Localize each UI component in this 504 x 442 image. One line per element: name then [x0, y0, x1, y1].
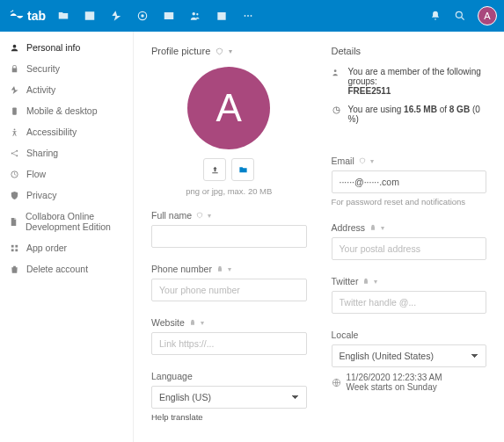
picture-hint: png or jpg, max. 20 MB [186, 186, 272, 196]
sidebar-item-flow[interactable]: Flow [0, 163, 133, 185]
calendar-icon[interactable] [209, 4, 234, 28]
twitter-label: Twitter ▾ [332, 276, 487, 286]
globe-icon [332, 378, 341, 388]
locale-label: Locale [332, 330, 487, 340]
full-name-input[interactable] [151, 225, 307, 248]
sidebar-item-personal-info[interactable]: Personal info [0, 37, 133, 58]
more-icon[interactable] [236, 4, 260, 28]
svg-point-7 [12, 44, 16, 47]
svg-point-5 [251, 15, 252, 17]
sidebar-item-label: Activity [26, 84, 55, 95]
twitter-input[interactable] [332, 291, 487, 314]
sidebar-item-delete-account[interactable]: Delete account [0, 258, 133, 279]
choose-from-files-button[interactable] [231, 158, 254, 181]
profile-picture-area: A png or jpg, max. 20 MB [151, 67, 307, 196]
lock-icon[interactable] [369, 224, 376, 231]
svg-point-10 [11, 152, 12, 154]
top-nav [51, 4, 260, 28]
phone-input[interactable] [151, 279, 307, 301]
brand-logo[interactable]: tab [7, 6, 46, 25]
address-label: Address ▾ [332, 222, 487, 233]
sidebar-item-label: Personal info [26, 42, 80, 53]
lock-icon[interactable] [216, 265, 223, 272]
chevron-down-icon[interactable]: ▾ [374, 278, 377, 286]
trash-icon [9, 264, 19, 274]
chevron-down-icon[interactable]: ▾ [370, 157, 374, 165]
sidebar-item-label: Security [26, 63, 60, 74]
email-hint: For password reset and notifications [332, 197, 487, 207]
notifications-icon[interactable] [423, 4, 448, 28]
svg-point-1 [141, 14, 144, 18]
lightning-icon [9, 85, 19, 95]
sidebar-item-app-order[interactable]: App order [0, 237, 133, 258]
sidebar-item-security[interactable]: Security [0, 58, 133, 79]
photos-icon[interactable] [77, 4, 102, 28]
files-icon[interactable] [51, 4, 76, 28]
language-select[interactable]: English (US) [151, 386, 307, 409]
email-input[interactable] [332, 170, 487, 193]
sidebar-item-label: Sharing [26, 148, 58, 158]
sidebar-item-label: Collabora Online Development Edition [26, 211, 124, 232]
sidebar-item-label: Privacy [26, 190, 56, 200]
shield-icon [9, 191, 19, 200]
talk-icon[interactable] [130, 4, 155, 28]
topbar: tab A [0, 0, 504, 32]
sidebar-item-accessibility[interactable]: Accessibility [0, 121, 133, 142]
mail-icon[interactable] [157, 4, 181, 28]
svg-point-2 [193, 12, 196, 15]
sidebar-item-label: Mobile & desktop [26, 105, 98, 116]
avatar: A [187, 67, 270, 149]
svg-rect-17 [15, 249, 18, 251]
locale-info: 11/26/2020 12:23:33 AMWeek starts on Sun… [332, 373, 487, 392]
pie-icon [332, 105, 341, 115]
language-label: Language [151, 371, 307, 381]
email-label: Email ▾ [332, 156, 487, 166]
chevron-down-icon[interactable]: ▾ [229, 47, 232, 55]
document-icon [9, 217, 18, 227]
chevron-down-icon[interactable]: ▾ [201, 319, 204, 327]
chevron-down-icon[interactable]: ▾ [381, 224, 384, 232]
locale-select[interactable]: English (United States) [332, 344, 487, 367]
group-icon [332, 68, 341, 77]
sidebar-item-label: Accessibility [26, 127, 77, 137]
main-content: Profile picture ▾ A png or jpg, max. 20 … [134, 32, 504, 442]
activity-icon[interactable] [104, 4, 128, 28]
address-input[interactable] [332, 237, 487, 260]
lock-icon[interactable] [362, 278, 369, 285]
scope-icon[interactable] [196, 212, 203, 219]
upload-picture-button[interactable] [203, 158, 226, 181]
sidebar-item-privacy[interactable]: Privacy [0, 185, 133, 206]
settings-sidebar: Personal info Security Activity Mobile &… [0, 32, 134, 442]
svg-rect-15 [15, 244, 18, 247]
svg-rect-8 [12, 107, 17, 114]
svg-point-3 [245, 15, 246, 17]
sidebar-item-mobile-desktop[interactable]: Mobile & desktop [0, 100, 133, 121]
phone-label: Phone number ▾ [151, 264, 307, 274]
help-translate-link[interactable]: Help translate [151, 412, 203, 422]
lock-icon[interactable] [189, 319, 196, 326]
full-name-label: Full name ▾ [151, 210, 307, 221]
contacts-icon[interactable] [183, 4, 208, 28]
scope-icon[interactable] [359, 157, 366, 164]
svg-point-6 [456, 11, 462, 18]
storage-info: You are using 16.5 MB of 8 GB (0 %) [332, 105, 487, 124]
share-icon [9, 149, 19, 158]
brand-name: tab [27, 9, 46, 23]
chevron-down-icon[interactable]: ▾ [228, 265, 231, 273]
chevron-down-icon[interactable]: ▾ [208, 212, 211, 220]
sidebar-item-label: App order [26, 243, 67, 253]
details-title: Details [332, 46, 487, 56]
svg-point-11 [16, 149, 18, 151]
sidebar-item-collabora[interactable]: Collabora Online Development Edition [0, 206, 133, 237]
svg-rect-16 [11, 249, 13, 251]
svg-point-12 [16, 155, 18, 156]
website-label: Website ▾ [151, 317, 307, 328]
sidebar-item-label: Flow [26, 169, 46, 179]
user-avatar-menu[interactable]: A [478, 6, 497, 25]
scope-icon[interactable] [215, 47, 223, 55]
website-input[interactable] [151, 332, 307, 355]
search-icon[interactable] [448, 4, 472, 28]
user-icon [9, 43, 19, 53]
sidebar-item-sharing[interactable]: Sharing [0, 142, 133, 163]
sidebar-item-activity[interactable]: Activity [0, 79, 133, 100]
